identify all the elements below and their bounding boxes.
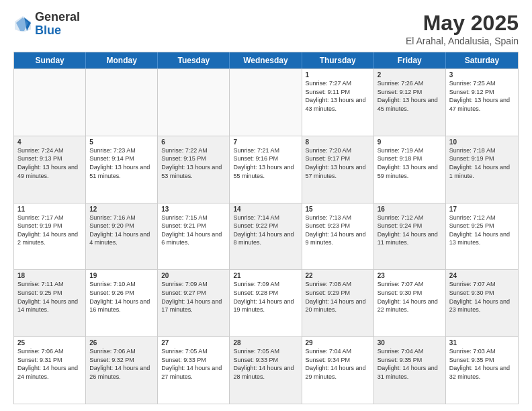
calendar-cell-3-1: 11Sunrise: 7:17 AM Sunset: 9:19 PM Dayli… [14, 203, 86, 270]
day-number: 25 [17, 339, 82, 347]
day-number: 22 [306, 272, 370, 279]
day-number: 18 [17, 272, 82, 279]
calendar-cell-5-6: 30Sunrise: 7:04 AM Sunset: 9:35 PM Dayli… [374, 337, 446, 404]
logo-general-label: General [35, 11, 80, 24]
day-info: Sunrise: 7:05 AM Sunset: 9:33 PM Dayligh… [161, 347, 226, 381]
day-info: Sunrise: 7:20 AM Sunset: 9:17 PM Dayligh… [306, 146, 370, 180]
day-info: Sunrise: 7:10 AM Sunset: 9:26 PM Dayligh… [89, 280, 154, 314]
calendar: SundayMondayTuesdayWednesdayThursdayFrid… [13, 52, 519, 404]
day-info: Sunrise: 7:04 AM Sunset: 9:34 PM Dayligh… [306, 347, 370, 381]
day-number: 8 [306, 138, 370, 146]
calendar-cell-5-4: 28Sunrise: 7:05 AM Sunset: 9:33 PM Dayli… [230, 337, 302, 404]
calendar-cell-3-5: 15Sunrise: 7:13 AM Sunset: 9:23 PM Dayli… [302, 203, 374, 270]
day-info: Sunrise: 7:16 AM Sunset: 9:20 PM Dayligh… [89, 214, 154, 247]
calendar-row-2: 4Sunrise: 7:24 AM Sunset: 9:13 PM Daylig… [14, 136, 518, 203]
day-number: 26 [89, 339, 154, 347]
day-info: Sunrise: 7:06 AM Sunset: 9:31 PM Dayligh… [17, 347, 82, 381]
calendar-header-cell: Monday [86, 52, 158, 68]
day-number: 1 [306, 71, 370, 79]
calendar-cell-5-1: 25Sunrise: 7:06 AM Sunset: 9:31 PM Dayli… [14, 337, 86, 404]
location-subtitle: El Arahal, Andalusia, Spain [406, 36, 519, 46]
calendar-cell-4-3: 20Sunrise: 7:09 AM Sunset: 9:27 PM Dayli… [158, 270, 230, 336]
day-number: 12 [89, 205, 154, 213]
day-info: Sunrise: 7:14 AM Sunset: 9:22 PM Dayligh… [233, 214, 298, 247]
day-number: 7 [233, 138, 298, 146]
day-number: 29 [306, 339, 370, 347]
day-number: 9 [378, 138, 442, 146]
day-info: Sunrise: 7:13 AM Sunset: 9:23 PM Dayligh… [306, 214, 370, 247]
day-number: 20 [161, 272, 226, 279]
logo: General Blue [13, 11, 80, 38]
calendar-cell-3-7: 17Sunrise: 7:12 AM Sunset: 9:25 PM Dayli… [446, 203, 518, 270]
day-number: 4 [17, 138, 82, 146]
day-info: Sunrise: 7:06 AM Sunset: 9:32 PM Dayligh… [89, 347, 154, 381]
day-number: 30 [378, 339, 442, 347]
day-info: Sunrise: 7:17 AM Sunset: 9:19 PM Dayligh… [17, 214, 82, 247]
day-number: 16 [378, 205, 442, 213]
day-info: Sunrise: 7:05 AM Sunset: 9:33 PM Dayligh… [233, 347, 298, 381]
day-info: Sunrise: 7:27 AM Sunset: 9:11 PM Dayligh… [306, 79, 370, 113]
day-number: 24 [449, 272, 515, 279]
logo-icon [13, 15, 32, 34]
calendar-row-5: 25Sunrise: 7:06 AM Sunset: 9:31 PM Dayli… [14, 336, 518, 404]
day-number: 5 [89, 138, 154, 146]
calendar-cell-3-2: 12Sunrise: 7:16 AM Sunset: 9:20 PM Dayli… [86, 203, 158, 270]
calendar-cell-3-6: 16Sunrise: 7:12 AM Sunset: 9:24 PM Dayli… [374, 203, 446, 270]
calendar-header-cell: Thursday [302, 52, 374, 68]
day-info: Sunrise: 7:09 AM Sunset: 9:27 PM Dayligh… [161, 280, 226, 314]
calendar-cell-5-7: 31Sunrise: 7:03 AM Sunset: 9:35 PM Dayli… [446, 337, 518, 404]
day-number: 21 [233, 272, 298, 279]
day-info: Sunrise: 7:22 AM Sunset: 9:15 PM Dayligh… [161, 146, 226, 180]
calendar-row-1: 1Sunrise: 7:27 AM Sunset: 9:11 PM Daylig… [14, 68, 518, 136]
calendar-cell-2-5: 8Sunrise: 7:20 AM Sunset: 9:17 PM Daylig… [302, 136, 374, 203]
calendar-header-cell: Saturday [446, 52, 518, 68]
calendar-cell-2-2: 5Sunrise: 7:23 AM Sunset: 9:14 PM Daylig… [86, 136, 158, 203]
calendar-cell-4-5: 22Sunrise: 7:08 AM Sunset: 9:29 PM Dayli… [302, 270, 374, 336]
day-number: 15 [306, 205, 370, 213]
day-number: 27 [161, 339, 226, 347]
day-number: 3 [449, 71, 515, 79]
calendar-cell-5-3: 27Sunrise: 7:05 AM Sunset: 9:33 PM Dayli… [158, 337, 230, 404]
day-number: 14 [233, 205, 298, 213]
calendar-cell-4-2: 19Sunrise: 7:10 AM Sunset: 9:26 PM Dayli… [86, 270, 158, 336]
day-info: Sunrise: 7:04 AM Sunset: 9:35 PM Dayligh… [378, 347, 442, 381]
day-info: Sunrise: 7:21 AM Sunset: 9:16 PM Dayligh… [233, 146, 298, 180]
calendar-cell-2-1: 4Sunrise: 7:24 AM Sunset: 9:13 PM Daylig… [14, 136, 86, 203]
calendar-cell-4-1: 18Sunrise: 7:11 AM Sunset: 9:25 PM Dayli… [14, 270, 86, 336]
calendar-cell-2-4: 7Sunrise: 7:21 AM Sunset: 9:16 PM Daylig… [230, 136, 302, 203]
day-info: Sunrise: 7:07 AM Sunset: 9:30 PM Dayligh… [449, 280, 515, 314]
calendar-cell-1-2 [86, 69, 158, 136]
calendar-cell-1-4 [230, 69, 302, 136]
calendar-cell-4-7: 24Sunrise: 7:07 AM Sunset: 9:30 PM Dayli… [446, 270, 518, 336]
day-info: Sunrise: 7:11 AM Sunset: 9:25 PM Dayligh… [17, 280, 82, 314]
day-number: 13 [161, 205, 226, 213]
calendar-cell-1-7: 3Sunrise: 7:25 AM Sunset: 9:12 PM Daylig… [446, 69, 518, 136]
calendar-cell-1-5: 1Sunrise: 7:27 AM Sunset: 9:11 PM Daylig… [302, 69, 374, 136]
calendar-header-cell: Tuesday [158, 52, 230, 68]
day-info: Sunrise: 7:26 AM Sunset: 9:12 PM Dayligh… [378, 79, 442, 113]
calendar-cell-3-4: 14Sunrise: 7:14 AM Sunset: 9:22 PM Dayli… [230, 203, 302, 270]
page: General Blue May 2025 El Arahal, Andalus… [0, 0, 532, 411]
calendar-cell-1-1 [14, 69, 86, 136]
calendar-cell-3-3: 13Sunrise: 7:15 AM Sunset: 9:21 PM Dayli… [158, 203, 230, 270]
calendar-cell-1-6: 2Sunrise: 7:26 AM Sunset: 9:12 PM Daylig… [374, 69, 446, 136]
calendar-body: 1Sunrise: 7:27 AM Sunset: 9:11 PM Daylig… [14, 68, 518, 404]
calendar-cell-4-6: 23Sunrise: 7:07 AM Sunset: 9:30 PM Dayli… [374, 270, 446, 336]
calendar-header: SundayMondayTuesdayWednesdayThursdayFrid… [14, 52, 518, 68]
day-info: Sunrise: 7:12 AM Sunset: 9:24 PM Dayligh… [378, 214, 442, 247]
calendar-header-cell: Wednesday [230, 52, 302, 68]
day-info: Sunrise: 7:23 AM Sunset: 9:14 PM Dayligh… [89, 146, 154, 180]
calendar-cell-2-7: 10Sunrise: 7:18 AM Sunset: 9:19 PM Dayli… [446, 136, 518, 203]
day-number: 19 [89, 272, 154, 279]
day-info: Sunrise: 7:12 AM Sunset: 9:25 PM Dayligh… [449, 214, 515, 247]
calendar-cell-2-6: 9Sunrise: 7:19 AM Sunset: 9:18 PM Daylig… [374, 136, 446, 203]
calendar-row-3: 11Sunrise: 7:17 AM Sunset: 9:19 PM Dayli… [14, 203, 518, 270]
calendar-cell-5-2: 26Sunrise: 7:06 AM Sunset: 9:32 PM Dayli… [86, 337, 158, 404]
calendar-cell-1-3 [158, 69, 230, 136]
day-number: 31 [449, 339, 515, 347]
day-number: 28 [233, 339, 298, 347]
day-number: 6 [161, 138, 226, 146]
day-info: Sunrise: 7:07 AM Sunset: 9:30 PM Dayligh… [378, 280, 442, 314]
day-info: Sunrise: 7:08 AM Sunset: 9:29 PM Dayligh… [306, 280, 370, 314]
day-info: Sunrise: 7:18 AM Sunset: 9:19 PM Dayligh… [449, 146, 515, 180]
